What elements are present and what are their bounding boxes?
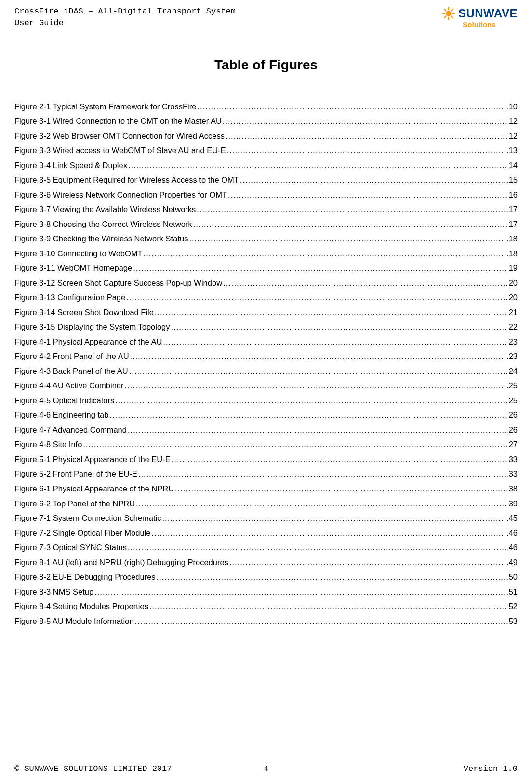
tof-entry-label: Figure 3-15 Displaying the System Topolo…	[14, 319, 170, 334]
tof-leader-dots	[227, 143, 508, 158]
tof-leader-dots	[126, 290, 507, 305]
tof-entry-label: Figure 4-8 Site Info	[14, 437, 82, 452]
tof-entry-page: 39	[509, 496, 518, 511]
tof-entry[interactable]: Figure 7-2 Single Optical Fiber Module46	[14, 526, 518, 541]
tof-leader-dots	[171, 319, 508, 334]
tof-entry[interactable]: Figure 3-5 Equipment Required for Wirele…	[14, 172, 518, 187]
tof-entry[interactable]: Figure 4-3 Back Panel of the AU24	[14, 364, 518, 379]
tof-entry[interactable]: Figure 5-1 Physical Appearance of the EU…	[14, 452, 518, 467]
tof-entry[interactable]: Figure 4-8 Site Info27	[14, 437, 518, 452]
tof-entry-page: 38	[509, 481, 518, 496]
tof-entry[interactable]: Figure 3-8 Choosing the Correct Wireless…	[14, 217, 518, 232]
tof-entry-label: Figure 3-6 Wireless Network Connection P…	[14, 187, 227, 202]
tof-entry[interactable]: Figure 3-11 WebOMT Homepage19	[14, 261, 518, 276]
tof-entry[interactable]: Figure 3-13 Configuration Page20	[14, 290, 518, 305]
tof-entry-label: Figure 7-3 Optical SYNC Status	[14, 540, 127, 555]
tof-entry[interactable]: Figure 3-10 Connecting to WebOMT18	[14, 246, 518, 261]
tof-entry[interactable]: Figure 4-4 AU Active Combiner25	[14, 378, 518, 393]
tof-entry[interactable]: Figure 5-2 Front Panel of the EU-E33	[14, 466, 518, 481]
tof-leader-dots	[138, 466, 508, 481]
tof-entry-page: 52	[509, 599, 518, 614]
tof-entry-label: Figure 4-6 Engineering tab	[14, 408, 108, 423]
tof-entry-page: 20	[509, 276, 518, 291]
tof-entry-page: 18	[509, 231, 518, 246]
tof-entry-label: Figure 3-12 Screen Shot Capture Success …	[14, 276, 222, 291]
tof-leader-dots	[151, 526, 507, 541]
tof-entry[interactable]: Figure 8-5 AU Module Information53	[14, 614, 518, 629]
tof-entry[interactable]: Figure 6-2 Top Panel of the NPRU39	[14, 496, 518, 511]
tof-entry-label: Figure 3-4 Link Speed & Duplex	[14, 158, 127, 173]
tof-entry-label: Figure 3-9 Checking the Wireless Network…	[14, 231, 188, 246]
tof-leader-dots	[133, 261, 507, 276]
tof-entry[interactable]: Figure 4-7 Advanced Command26	[14, 423, 518, 437]
tof-entry[interactable]: Figure 2-1 Typical System Framework for …	[14, 99, 518, 114]
tof-entry[interactable]: Figure 3-7 Viewing the Available Wireles…	[14, 202, 518, 217]
product-line: CrossFire iDAS – All-Digital Transport S…	[14, 6, 236, 17]
tof-entry-page: 18	[509, 246, 518, 261]
tof-entry-label: Figure 4-3 Back Panel of the AU	[14, 364, 128, 379]
tof-leader-dots	[135, 614, 508, 629]
tof-entry[interactable]: Figure 3-2 Web Browser OMT Connection fo…	[14, 129, 518, 144]
tof-entry[interactable]: Figure 8-2 EU-E Debugging Procedures50	[14, 570, 518, 584]
page-header: CrossFire iDAS – All-Digital Transport S…	[0, 0, 532, 33]
svg-point-0	[446, 11, 451, 16]
tof-leader-dots	[128, 423, 508, 437]
tof-entry[interactable]: Figure 4-5 Optical Indicators25	[14, 393, 518, 408]
tof-entry-page: 50	[509, 570, 518, 584]
tof-leader-dots	[144, 246, 508, 261]
tof-entry-label: Figure 2-1 Typical System Framework for …	[14, 99, 196, 114]
tof-entry[interactable]: Figure 3-4 Link Speed & Duplex14	[14, 158, 518, 173]
tof-entry-label: Figure 8-3 NMS Setup	[14, 584, 93, 599]
tof-leader-dots	[94, 584, 507, 599]
tof-leader-dots	[115, 393, 507, 408]
tof-entry[interactable]: Figure 8-1 AU (left) and NPRU (right) De…	[14, 555, 518, 570]
tof-entry-label: Figure 8-4 Setting Modules Properties	[14, 599, 148, 614]
tof-entry[interactable]: Figure 4-6 Engineering tab26	[14, 408, 518, 423]
tof-entry[interactable]: Figure 3-1 Wired Connection to the OMT o…	[14, 114, 518, 129]
tof-entry[interactable]: Figure 4-1 Physical Appearance of the AU…	[14, 334, 518, 349]
tof-entry[interactable]: Figure 3-12 Screen Shot Capture Success …	[14, 276, 518, 291]
tof-leader-dots	[223, 114, 508, 129]
tof-entry[interactable]: Figure 8-4 Setting Modules Properties52	[14, 599, 518, 614]
tof-entry[interactable]: Figure 6-1 Physical Appearance of the NP…	[14, 481, 518, 496]
tof-entry[interactable]: Figure 3-6 Wireless Network Connection P…	[14, 187, 518, 202]
tof-entry[interactable]: Figure 3-9 Checking the Wireless Network…	[14, 231, 518, 246]
tof-entry-label: Figure 4-7 Advanced Command	[14, 423, 127, 437]
tof-entry-label: Figure 3-7 Viewing the Available Wireles…	[14, 202, 196, 217]
tof-entry-page: 45	[509, 511, 518, 526]
tof-leader-dots	[229, 555, 508, 570]
page-footer: © SUNWAVE SOLUTIONS LIMITED 2017 4 Versi…	[0, 760, 532, 773]
tof-entry-page: 26	[509, 408, 518, 423]
tof-leader-dots	[130, 349, 508, 364]
tof-leader-dots	[175, 481, 508, 496]
tof-entry[interactable]: Figure 7-3 Optical SYNC Status46	[14, 540, 518, 555]
tof-entry[interactable]: Figure 3-15 Displaying the System Topolo…	[14, 319, 518, 334]
tof-entry[interactable]: Figure 3-3 Wired access to WebOMT of Sla…	[14, 143, 518, 158]
tof-entry-label: Figure 5-2 Front Panel of the EU-E	[14, 466, 137, 481]
tof-entry-label: Figure 3-2 Web Browser OMT Connection fo…	[14, 129, 225, 144]
tof-entry[interactable]: Figure 3-14 Screen Shot Download File21	[14, 305, 518, 320]
sun-icon	[441, 6, 456, 21]
tof-entry[interactable]: Figure 7-1 System Connection Schematic45	[14, 511, 518, 526]
tof-entry[interactable]: Figure 8-3 NMS Setup51	[14, 584, 518, 599]
tof-entry-page: 17	[509, 202, 518, 217]
tof-entry-page: 25	[509, 393, 518, 408]
logo-sub-text: Solutions	[463, 20, 495, 28]
tof-leader-dots	[228, 187, 508, 202]
table-of-figures: Figure 2-1 Typical System Framework for …	[0, 99, 532, 629]
tof-entry-page: 20	[509, 290, 518, 305]
tof-entry-label: Figure 3-1 Wired Connection to the OMT o…	[14, 114, 222, 129]
tof-leader-dots	[83, 437, 507, 452]
tof-entry-page: 12	[509, 129, 518, 144]
tof-leader-dots	[172, 452, 508, 467]
tof-entry[interactable]: Figure 4-2 Front Panel of the AU23	[14, 349, 518, 364]
tof-leader-dots	[128, 540, 508, 555]
tof-entry-page: 26	[509, 423, 518, 437]
tof-entry-page: 17	[509, 217, 518, 232]
tof-leader-dots	[162, 511, 507, 526]
tof-entry-page: 19	[509, 261, 518, 276]
tof-entry-page: 51	[509, 584, 518, 599]
tof-entry-label: Figure 3-8 Choosing the Correct Wireless…	[14, 217, 192, 232]
tof-leader-dots	[223, 276, 508, 291]
tof-entry-label: Figure 3-11 WebOMT Homepage	[14, 261, 132, 276]
